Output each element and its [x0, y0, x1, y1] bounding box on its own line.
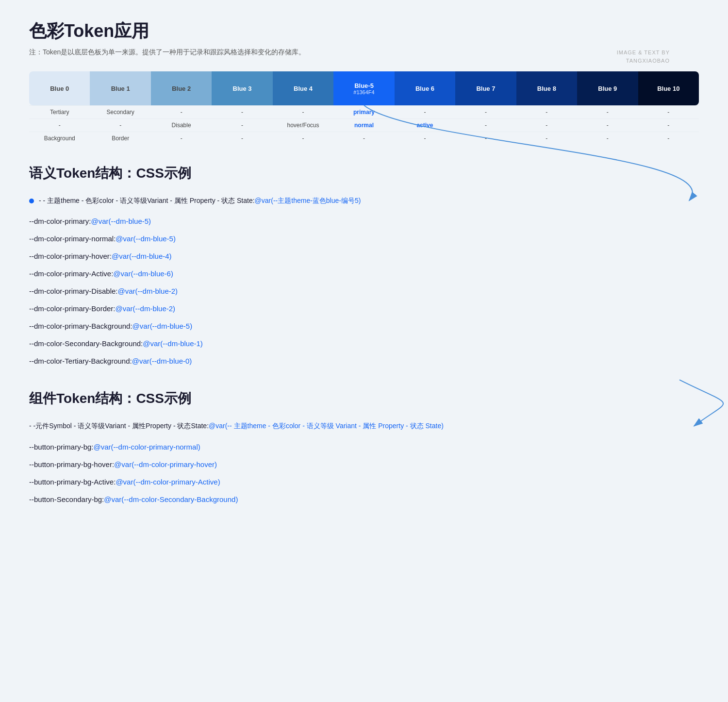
token-cell-2-6: -	[395, 132, 455, 145]
palette-bars: Blue 0Blue 1Blue 2Blue 3Blue 4Blue-5#136…	[29, 71, 699, 105]
token-cell-0-8: -	[516, 105, 577, 118]
component-token-2: --button-primary-bg-Active:@var(--dm-col…	[29, 473, 699, 491]
token-cell-0-2: -	[151, 105, 212, 118]
semantic-tokens-list: --dm-color-primary:@var(--dm-blue-5)--dm…	[29, 213, 699, 370]
token-rows: TertiarySecondary---primary-------Disabl…	[29, 105, 699, 145]
semantic-token-5: --dm-color-primary-Border:@var(--dm-blue…	[29, 300, 699, 318]
token-cell-0-9: -	[577, 105, 638, 118]
semantic-token-6: --dm-color-primary-Background:@var(--dm-…	[29, 318, 699, 335]
token-row-2: BackgroundBorder---------	[29, 132, 699, 145]
palette-bar-blue-6: Blue 6	[395, 71, 455, 105]
semantic-meta-prefix: - - 主题theme - 色彩color - 语义等级Variant - 属性…	[39, 197, 255, 204]
token-cell-2-9: -	[577, 132, 638, 145]
palette-bar-blue-8: Blue 8	[516, 71, 577, 105]
page-subtitle: 注：Token是以底层色板为单一来源。提供了一种用于记录和跟踪风格选择和变化的存…	[29, 48, 699, 57]
token-cell-1-8: -	[516, 118, 577, 132]
palette-bar-blue-4: Blue 4	[273, 71, 333, 105]
semantic-token-7: --dm-color-Secondary-Background:@var(--d…	[29, 335, 699, 352]
palette-bar-blue-1: Blue 1	[90, 71, 150, 105]
token-cell-2-0: Background	[29, 132, 90, 145]
palette-bar-blue-5: Blue-5#1364F4	[333, 71, 394, 105]
token-cell-2-7: -	[455, 132, 516, 145]
component-meta-prefix: - -元件Symbol - 语义等级Variant - 属性Property -…	[29, 422, 209, 430]
component-token-structure: - -元件Symbol - 语义等级Variant - 属性Property -…	[29, 418, 699, 508]
semantic-section-title: 语义Token结构：CSS示例	[29, 164, 699, 183]
token-cell-2-2: -	[151, 132, 212, 145]
semantic-token-8: --dm-color-Tertiary-Background:@var(--dm…	[29, 352, 699, 370]
component-tokens-list: --button-primary-bg:@var(--dm-color-prim…	[29, 438, 699, 508]
token-cell-1-1: -	[90, 118, 150, 132]
component-token-3: --button-Secondary-bg:@var(--dm-color-Se…	[29, 491, 699, 508]
token-cell-1-0: -	[29, 118, 90, 132]
palette-bar-blue-0: Blue 0	[29, 71, 90, 105]
token-cell-0-10: -	[638, 105, 699, 118]
token-cell-0-4: -	[273, 105, 333, 118]
token-cell-1-5: normal	[333, 118, 394, 132]
page-title: 色彩Token应用	[29, 19, 699, 43]
token-cell-0-0: Tertiary	[29, 105, 90, 118]
token-cell-1-4: hover/Focus	[273, 118, 333, 132]
token-cell-2-5: -	[333, 132, 394, 145]
token-cell-1-7: -	[455, 118, 516, 132]
component-token-1: --button-primary-bg-hover:@var(--dm-colo…	[29, 456, 699, 473]
token-cell-0-1: Secondary	[90, 105, 150, 118]
palette-bar-blue-10: Blue 10	[638, 71, 699, 105]
semantic-token-2: --dm-color-primary-hover:@var(--dm-blue-…	[29, 248, 699, 265]
semantic-token-structure: - - 主题theme - 色彩color - 语义等级Variant - 属性…	[29, 192, 699, 370]
token-cell-1-3: -	[212, 118, 272, 132]
component-meta-value: @var(-- 主题theme - 色彩color - 语义等级 Variant…	[209, 422, 444, 430]
component-meta-line: - -元件Symbol - 语义等级Variant - 属性Property -…	[29, 418, 699, 434]
palette-bar-blue-7: Blue 7	[455, 71, 516, 105]
token-cell-0-7: -	[455, 105, 516, 118]
token-cell-0-6: -	[395, 105, 455, 118]
token-cell-2-10: -	[638, 132, 699, 145]
palette-bar-blue-3: Blue 3	[212, 71, 272, 105]
token-cell-2-3: -	[212, 132, 272, 145]
bullet-dot	[29, 199, 34, 203]
semantic-token-0: --dm-color-primary:@var(--dm-blue-5)	[29, 213, 699, 230]
semantic-token-1: --dm-color-primary-normal:@var(--dm-blue…	[29, 230, 699, 248]
token-cell-1-10: -	[638, 118, 699, 132]
component-token-0: --button-primary-bg:@var(--dm-color-prim…	[29, 438, 699, 456]
palette-bar-blue-9: Blue 9	[577, 71, 638, 105]
semantic-meta-value: @var(--主题theme-蓝色blue-编号5)	[255, 197, 361, 204]
token-cell-0-3: -	[212, 105, 272, 118]
watermark: IMAGE & TEXT BY TANGXIAOBAO	[617, 49, 670, 65]
token-row-1: --Disable-hover/Focusnormalactive----	[29, 118, 699, 132]
token-cell-2-4: -	[273, 132, 333, 145]
token-cell-2-8: -	[516, 132, 577, 145]
token-cell-0-5: primary	[333, 105, 394, 118]
component-section-title: 组件Token结构：CSS示例	[29, 389, 699, 408]
token-cell-1-9: -	[577, 118, 638, 132]
token-row-0: TertiarySecondary---primary-----	[29, 105, 699, 118]
token-cell-1-6: active	[395, 118, 455, 132]
palette-bar-blue-2: Blue 2	[151, 71, 212, 105]
palette-section: Blue 0Blue 1Blue 2Blue 3Blue 4Blue-5#136…	[29, 71, 699, 145]
semantic-token-4: --dm-color-primary-Disable:@var(--dm-blu…	[29, 283, 699, 300]
semantic-token-3: --dm-color-primary-Active:@var(--dm-blue…	[29, 265, 699, 283]
token-cell-1-2: Disable	[151, 118, 212, 132]
semantic-meta-line: - - 主题theme - 色彩color - 语义等级Variant - 属性…	[29, 192, 699, 209]
token-cell-2-1: Border	[90, 132, 150, 145]
